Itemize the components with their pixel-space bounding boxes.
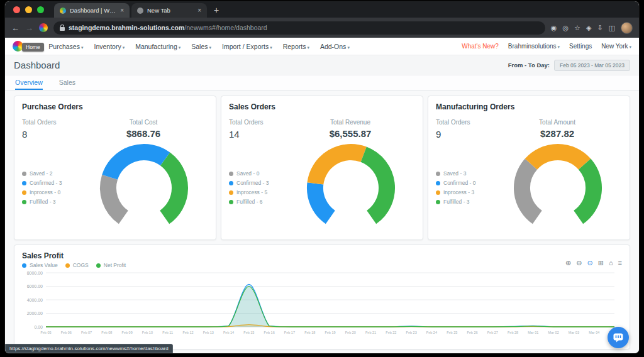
zoom-select-icon[interactable]: ⊙ [587, 259, 592, 267]
back-icon[interactable]: ← [11, 23, 19, 33]
zoom-out-icon[interactable]: ⊖ [576, 259, 582, 267]
date-range-input[interactable]: Feb 05 2023 - Mar 05 2023 [554, 60, 630, 71]
metric-label: Total Cost [103, 119, 184, 126]
chat-button[interactable] [608, 327, 629, 348]
home-tooltip: Home [22, 43, 44, 52]
nav-menu-add-ons[interactable]: Add-Ons▾ [320, 43, 350, 50]
location-menu[interactable]: New York▾ [601, 43, 631, 50]
nav-menu-sales[interactable]: Sales▾ [191, 43, 211, 50]
settings-link[interactable]: Settings [569, 43, 592, 50]
sales-profit-chart: 0.002000.004000.006000.008000.00Feb 05Fe… [18, 269, 626, 346]
legend-label: COGS [73, 262, 89, 268]
order-status-donut-chart [288, 140, 414, 234]
summary-card: Sales Orders Total Orders 14 Total Reven… [221, 96, 423, 240]
card-title: Purchase Orders [22, 102, 83, 111]
metric-block: Total Amount $287.82 [516, 119, 598, 139]
legend-label: Inprocess - 5 [236, 189, 267, 195]
tab-sales[interactable]: Sales [59, 79, 75, 90]
tab-title: New Tab [147, 7, 194, 14]
nav-menu-inventory[interactable]: Inventory▾ [94, 43, 125, 50]
legend-dot [436, 172, 440, 176]
legend-item: Inprocess - 3 [436, 189, 476, 195]
svg-text:4000.00: 4000.00 [27, 298, 43, 302]
address-bar[interactable]: stagingdemo.brahmin-solutions.com/newwms… [53, 21, 545, 35]
nav-menu: Purchases▾Inventory▾Manufacturing▾Sales▾… [48, 43, 360, 50]
zoom-in-icon[interactable]: ⊕ [565, 259, 571, 267]
account-menu[interactable]: Brahminsolutions▾ [508, 43, 560, 50]
legend-dot [22, 172, 26, 176]
metric-block: Total Revenue $6,555.87 [309, 119, 391, 139]
nav-menu-label: Manufacturing [135, 43, 177, 50]
tab-overview[interactable]: Overview [15, 79, 43, 90]
svg-text:Mar 01: Mar 01 [528, 331, 538, 334]
svg-text:Feb 15: Feb 15 [243, 331, 254, 334]
svg-text:Feb 18: Feb 18 [304, 331, 315, 334]
metric-block: Total Cost $868.76 [103, 119, 184, 139]
nav-menu-import-exports[interactable]: Import / Exports▾ [222, 43, 272, 50]
legend-dot [436, 181, 440, 185]
tab-close-icon[interactable]: × [120, 7, 124, 14]
reload-icon[interactable] [39, 23, 48, 32]
legend-item: Inprocess - 5 [229, 189, 269, 195]
chevron-down-icon: ▾ [270, 45, 272, 50]
browser-tab-dashboard[interactable]: Dashboard | WMS × [54, 3, 130, 18]
legend-item: Sales Value [22, 262, 58, 268]
svg-text:Feb 14: Feb 14 [223, 331, 234, 334]
svg-text:Mar 02: Mar 02 [548, 331, 559, 334]
nav-right: What's New? Brahminsolutions▾ Settings N… [462, 43, 631, 50]
chevron-down-icon: ▾ [209, 45, 212, 50]
svg-text:Feb 22: Feb 22 [386, 331, 396, 334]
svg-text:Feb 25: Feb 25 [447, 331, 457, 334]
legend-item: Fulfilled - 6 [229, 199, 269, 205]
close-window-button[interactable] [13, 6, 20, 13]
nav-menu-purchases[interactable]: Purchases▾ [48, 43, 83, 50]
password-manager-icon[interactable]: ◎ [562, 24, 569, 32]
pan-icon[interactable]: ⊞ [598, 259, 604, 267]
chart-toolbar: ⊕⊖⊙⊞⌂≡ [565, 259, 622, 267]
split-view-icon[interactable]: ◫ [609, 24, 615, 32]
nav-menu-label: Purchases [48, 43, 80, 50]
bookmark-star-icon[interactable]: ☆ [574, 24, 580, 32]
page-title: Dashboard [14, 60, 60, 70]
profile-avatar[interactable] [621, 22, 633, 34]
legend-dot [22, 200, 26, 204]
svg-text:Feb 06: Feb 06 [61, 331, 72, 334]
legend-item: Confirmed - 0 [436, 180, 476, 186]
new-tab-button[interactable]: + [214, 5, 219, 15]
svg-text:0.00: 0.00 [34, 325, 43, 329]
svg-text:Feb 21: Feb 21 [365, 331, 376, 334]
legend-item: Confirmed - 3 [229, 180, 269, 186]
order-status-donut-chart [81, 140, 207, 234]
metric-value: 14 [229, 129, 240, 140]
chevron-down-icon: ▾ [558, 45, 560, 49]
downloads-icon[interactable]: ⇩ [597, 24, 602, 32]
summary-card: Manufacturing Orders Total Orders 9 Tota… [428, 96, 630, 240]
svg-text:Feb 09: Feb 09 [122, 331, 133, 334]
menu-icon[interactable]: ≡ [618, 259, 622, 267]
legend-item: Saved - 3 [436, 170, 476, 177]
nav-menu-manufacturing[interactable]: Manufacturing▾ [135, 43, 180, 50]
legend-label: Confirmed - 0 [443, 180, 476, 186]
legend-dot [65, 263, 70, 268]
nav-menu-reports[interactable]: Reports▾ [283, 43, 309, 50]
metric-label: Total Amount [516, 119, 598, 126]
tab-close-icon[interactable]: × [197, 7, 201, 14]
minimize-window-button[interactable] [25, 6, 32, 13]
legend-dot [22, 190, 26, 195]
whats-new-link[interactable]: What's New? [462, 43, 499, 50]
extension-badge-icon[interactable]: ◉ [551, 24, 557, 32]
svg-text:Feb 12: Feb 12 [182, 331, 193, 334]
browser-tab-newtab[interactable]: New Tab × [131, 3, 207, 18]
card-title: Sales Profit [22, 251, 64, 260]
reset-home-icon[interactable]: ⌂ [609, 259, 613, 267]
zoom-window-button[interactable] [37, 6, 44, 13]
location-label: New York [601, 43, 628, 50]
metric-value: $287.82 [516, 128, 598, 139]
extensions-puzzle-icon[interactable]: ◈ [586, 24, 591, 32]
order-status-donut-chart [495, 140, 621, 234]
screen: { "browser": { "traffic_lights": ["#ff5f… [0, 0, 644, 357]
forward-icon[interactable]: → [25, 23, 33, 33]
status-legend: Saved - 3Confirmed - 0Inprocess - 3Fulfi… [436, 170, 476, 208]
svg-text:Feb 27: Feb 27 [487, 331, 498, 334]
legend-dot [229, 200, 233, 204]
